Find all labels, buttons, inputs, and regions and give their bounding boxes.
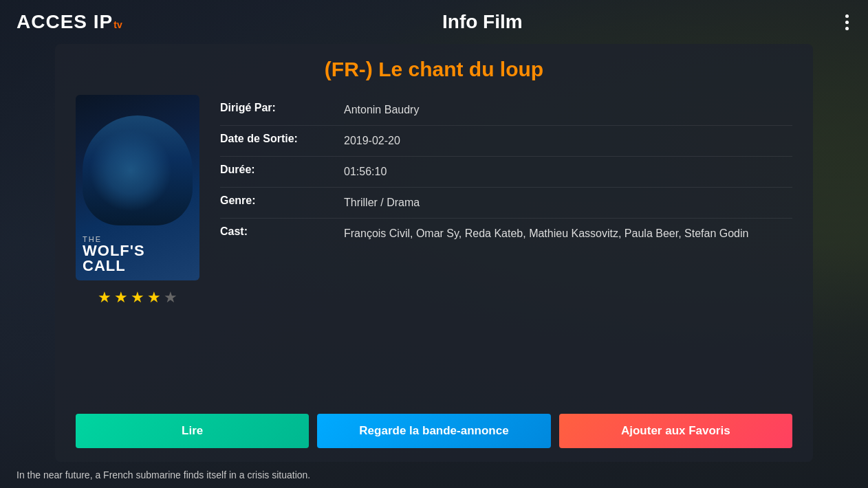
info-value-4: François Civil, Omar Sy, Reda Kateb, Mat… xyxy=(344,225,748,242)
star-5: ★ xyxy=(164,289,177,307)
bande-annonce-button[interactable]: Regarde la bande-annonce xyxy=(317,414,550,448)
info-value-0: Antonin Baudry xyxy=(344,102,419,118)
film-body: THE WOLF'S CALL ★ ★ ★ ★ ★ Dirigé Par:Ant… xyxy=(76,95,792,403)
poster-wolfs: WOLF'S xyxy=(83,243,193,258)
info-row: Date de Sortie:2019-02-20 xyxy=(220,126,792,157)
star-3: ★ xyxy=(131,289,144,307)
dot-2 xyxy=(845,21,849,24)
info-label-4: Cast: xyxy=(220,225,330,238)
poster-section: THE WOLF'S CALL ★ ★ ★ ★ ★ xyxy=(76,95,199,403)
header: ACCES IPtv Info Film xyxy=(0,0,868,44)
star-2: ★ xyxy=(114,289,128,307)
logo: ACCES IPtv xyxy=(17,11,122,33)
info-row: Cast:François Civil, Omar Sy, Reda Kateb… xyxy=(220,219,792,249)
rating-stars: ★ ★ ★ ★ ★ xyxy=(98,289,177,307)
star-4: ★ xyxy=(147,289,161,307)
info-row: Durée:01:56:10 xyxy=(220,157,792,188)
info-value-3: Thriller / Drama xyxy=(344,195,420,211)
dot-1 xyxy=(845,14,849,18)
buttons-row: Lire Regarde la bande-annonce Ajouter au… xyxy=(76,414,792,448)
footer-description: In the near future, a French submarine f… xyxy=(0,462,868,488)
info-value-1: 2019-02-20 xyxy=(344,133,400,149)
poster-title-block: THE WOLF'S CALL xyxy=(83,235,193,274)
page-title: Info Film xyxy=(122,11,843,33)
film-poster: THE WOLF'S CALL xyxy=(76,95,199,280)
star-1: ★ xyxy=(98,289,111,307)
info-row: Genre:Thriller / Drama xyxy=(220,188,792,219)
lire-button[interactable]: Lire xyxy=(76,414,309,448)
info-label-3: Genre: xyxy=(220,195,330,207)
info-section: Dirigé Par:Antonin BaudryDate de Sortie:… xyxy=(220,95,792,403)
film-title: (FR-) Le chant du loup xyxy=(76,58,792,81)
info-label-2: Durée: xyxy=(220,164,330,176)
logo-tv-text: tv xyxy=(113,19,122,30)
menu-dots-button[interactable] xyxy=(843,12,851,33)
favoris-button[interactable]: Ajouter aux Favoris xyxy=(559,414,792,448)
info-label-1: Date de Sortie: xyxy=(220,133,330,145)
info-value-2: 01:56:10 xyxy=(344,164,387,180)
dot-3 xyxy=(845,27,849,30)
description-text: In the near future, a French submarine f… xyxy=(17,469,310,480)
info-row: Dirigé Par:Antonin Baudry xyxy=(220,95,792,126)
main-panel: (FR-) Le chant du loup THE WOLF'S CALL ★… xyxy=(55,44,813,462)
logo-acces-text: ACCES IP xyxy=(17,11,113,33)
info-label-0: Dirigé Par: xyxy=(220,102,330,114)
poster-call: CALL xyxy=(83,258,193,274)
